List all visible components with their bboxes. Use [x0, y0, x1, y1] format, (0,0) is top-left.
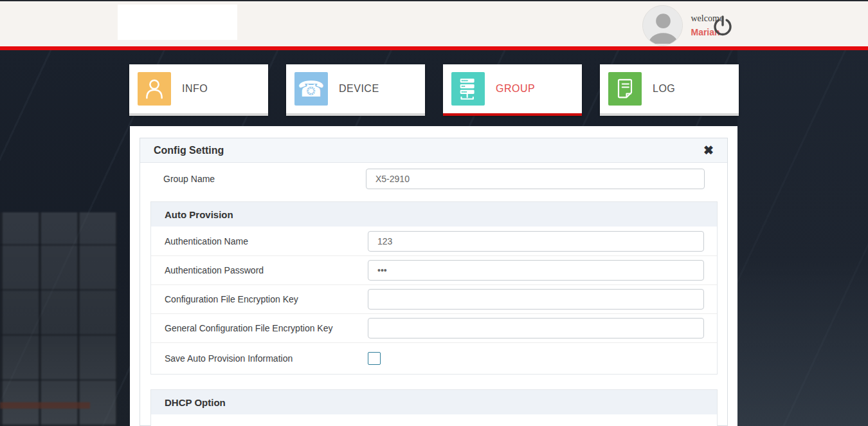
top-header: welcome Marian	[0, 0, 868, 46]
config-file-key-row: Configuration File Encryption Key	[151, 284, 717, 313]
person-silhouette-icon	[643, 6, 683, 46]
tab-info-label: INFO	[182, 83, 208, 95]
group-name-input[interactable]	[366, 169, 705, 189]
tab-log-label: LOG	[653, 83, 675, 95]
auto-provision-section: Auto Provision Authentication Name Authe…	[150, 201, 718, 375]
tab-group[interactable]: GROUP	[443, 64, 582, 116]
avatar	[642, 5, 683, 46]
background-photo-right	[737, 50, 868, 426]
servers-icon	[451, 72, 485, 106]
config-setting-box: Config Setting ✖ Group Name Auto Provisi…	[140, 138, 728, 426]
phone-icon: ☎	[294, 72, 328, 106]
tab-info[interactable]: INFO	[129, 64, 268, 116]
dhcp-option-header: DHCP Option	[151, 390, 717, 414]
dhcp-option-section: DHCP Option	[150, 389, 718, 426]
page-background: INFO ☎ DEVICE GROUP	[0, 50, 868, 426]
auto-provision-header: Auto Provision	[151, 202, 717, 227]
background-photo-left	[0, 212, 117, 426]
dhcp-option-row	[151, 414, 717, 426]
save-auto-provision-label: Save Auto Provision Information	[151, 353, 368, 364]
document-icon	[608, 72, 642, 106]
general-config-file-key-label: General Configuration File Encryption Ke…	[151, 323, 368, 333]
general-config-file-key-input[interactable]	[368, 318, 704, 338]
config-setting-header: Config Setting ✖	[140, 138, 727, 163]
group-name-row: Group Name	[140, 163, 727, 197]
main-tabs: INFO ☎ DEVICE GROUP	[129, 64, 739, 116]
tab-log[interactable]: LOG	[600, 64, 739, 116]
dhcp-option-title: DHCP Option	[165, 397, 226, 408]
save-auto-provision-checkbox[interactable]	[368, 352, 381, 365]
tab-device-label: DEVICE	[339, 83, 379, 95]
config-file-key-label: Configuration File Encryption Key	[151, 294, 368, 304]
config-file-key-input[interactable]	[368, 289, 704, 310]
general-config-file-key-row: General Configuration File Encryption Ke…	[151, 313, 717, 342]
power-button[interactable]	[711, 14, 734, 37]
authentication-name-label: Authentication Name	[151, 236, 368, 246]
authentication-password-label: Authentication Password	[151, 265, 368, 275]
save-auto-provision-row: Save Auto Provision Information	[151, 342, 717, 374]
authentication-name-row: Authentication Name	[151, 227, 717, 255]
content-panel: Config Setting ✖ Group Name Auto Provisi…	[130, 126, 737, 426]
user-icon	[138, 72, 171, 106]
authentication-name-input[interactable]	[368, 231, 704, 252]
logo-placeholder	[118, 5, 237, 40]
auto-provision-title: Auto Provision	[165, 209, 233, 220]
panel-title: Config Setting	[154, 145, 224, 156]
authentication-password-input[interactable]	[368, 260, 704, 281]
tab-group-label: GROUP	[496, 83, 535, 95]
tab-device[interactable]: ☎ DEVICE	[286, 64, 425, 116]
close-icon[interactable]: ✖	[703, 144, 714, 156]
authentication-password-row: Authentication Password	[151, 255, 717, 284]
group-name-label: Group Name	[140, 174, 366, 184]
power-icon	[711, 14, 734, 37]
